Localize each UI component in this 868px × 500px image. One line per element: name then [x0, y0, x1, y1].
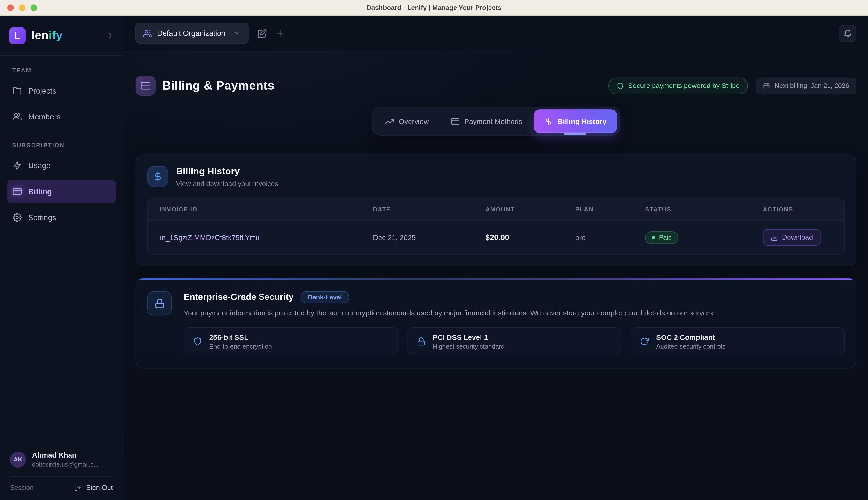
credit-card-icon: [140, 81, 150, 91]
trending-up-icon: [385, 117, 394, 125]
window-titlebar: Dashboard - Lenify | Manage Your Project…: [0, 0, 868, 15]
sidebar-item-projects[interactable]: Projects: [7, 79, 116, 102]
sidebar-nav: TEAM Projects Members SUBSCRIPTION Usage…: [0, 56, 123, 443]
edit-organization-button[interactable]: [257, 29, 267, 38]
chevron-down-icon: [234, 30, 241, 37]
invoice-status-cell: Paid: [636, 231, 754, 244]
card-title: Billing History: [176, 166, 278, 177]
plus-icon: [275, 29, 285, 38]
table-header: INVOICE ID DATE AMOUNT PLAN STATUS ACTIO…: [148, 198, 844, 220]
table-row: in_1SgziZIMMDzCt8tk75fLYmii Dec 21, 2025…: [148, 220, 844, 254]
lock-icon: [417, 337, 426, 346]
dollar-icon: [153, 171, 163, 181]
sidebar-item-label: Billing: [29, 187, 52, 196]
tab-billing-history[interactable]: Billing History: [534, 110, 617, 133]
security-title: Enterprise-Grade Security: [184, 292, 293, 302]
lock-icon: [154, 298, 165, 308]
invoices-table: INVOICE ID DATE AMOUNT PLAN STATUS ACTIO…: [147, 198, 845, 254]
stripe-security-badge: Secure payments powered by Stripe: [608, 78, 748, 94]
feature-soc2: SOC 2 Compliant Audited security control…: [631, 327, 845, 355]
user-profile: AK Ahmad Khan dottocircle.us@gmail.c...: [10, 451, 113, 468]
billing-tabs: Overview Payment Methods Billing History: [372, 107, 620, 136]
organization-name: Default Organization: [157, 29, 225, 37]
lock-icon-badge: [147, 291, 172, 316]
sidebar-item-label: Members: [29, 112, 60, 121]
sidebar-item-members[interactable]: Members: [7, 105, 116, 128]
brand-name: lenify: [32, 29, 63, 42]
maximize-button[interactable]: [31, 4, 37, 11]
minimize-button[interactable]: [19, 4, 25, 11]
security-card: Enterprise-Grade Security Bank-Level You…: [136, 278, 856, 369]
user-email: dottocircle.us@gmail.c...: [32, 461, 99, 467]
billing-history-card: Billing History View and download your i…: [136, 154, 856, 266]
shield-icon: [193, 337, 202, 346]
users-icon: [144, 29, 152, 37]
brand-logo: L: [9, 27, 26, 44]
credit-card-icon: [451, 117, 459, 125]
column-date: DATE: [364, 206, 477, 213]
edit-icon: [257, 29, 267, 38]
logout-icon: [75, 484, 82, 491]
column-actions: ACTIONS: [754, 206, 844, 213]
column-amount: AMOUNT: [477, 206, 566, 213]
window-controls: [7, 4, 37, 11]
avatar: AK: [10, 451, 26, 467]
sidebar-item-usage[interactable]: Usage: [7, 154, 116, 177]
main-area: Default Organization: [123, 15, 868, 500]
user-name: Ahmad Khan: [32, 451, 99, 459]
download-icon: [770, 234, 778, 241]
column-plan: PLAN: [566, 206, 636, 213]
dollar-icon: [544, 117, 553, 125]
billing-page-icon: [136, 76, 156, 96]
invoice-plan: pro: [566, 233, 636, 241]
status-badge: Paid: [645, 231, 678, 244]
refresh-icon: [640, 337, 649, 346]
content: Billing & Payments Secure payments power…: [123, 52, 868, 500]
card-subtitle: View and download your invoices: [176, 180, 278, 188]
column-status: STATUS: [636, 206, 754, 213]
tab-overview[interactable]: Overview: [375, 110, 439, 133]
sidebar-collapse-button[interactable]: [106, 32, 114, 39]
download-invoice-button[interactable]: Download: [763, 229, 821, 246]
topbar: Default Organization: [123, 15, 868, 52]
invoice-date: Dec 21, 2025: [364, 233, 477, 241]
footer-divider: [10, 476, 113, 477]
app-window: Dashboard - Lenify | Manage Your Project…: [0, 0, 868, 500]
add-organization-button[interactable]: [275, 29, 285, 38]
calendar-icon: [763, 82, 770, 89]
organization-selector[interactable]: Default Organization: [135, 23, 249, 44]
feature-pci: PCI DSS Level 1 Highest security standar…: [407, 327, 621, 355]
bank-level-badge: Bank-Level: [301, 291, 349, 303]
gear-icon: [13, 213, 22, 222]
close-button[interactable]: [7, 4, 14, 11]
bell-icon: [843, 29, 852, 37]
invoice-actions-cell: Download: [754, 229, 844, 246]
page-header: Billing & Payments Secure payments power…: [136, 76, 856, 96]
session-label: Session: [10, 484, 34, 491]
tab-payment-methods[interactable]: Payment Methods: [441, 110, 533, 133]
chevron-right-icon: [106, 32, 114, 39]
invoice-amount: $20.00: [477, 233, 566, 242]
sidebar-item-label: Usage: [29, 161, 50, 170]
folder-icon: [13, 86, 22, 95]
feature-ssl: 256-bit SSL End-to-end encryption: [184, 327, 398, 355]
invoice-id: in_1SgziZIMMDzCt8tk75fLYmii: [148, 233, 364, 241]
sidebar-header: L lenify: [0, 15, 123, 56]
sidebar-footer: AK Ahmad Khan dottocircle.us@gmail.c... …: [0, 443, 123, 500]
credit-card-icon: [13, 187, 22, 196]
sidebar-item-settings[interactable]: Settings: [7, 206, 116, 229]
sign-out-button[interactable]: Sign Out: [75, 484, 113, 491]
security-description: Your payment information is protected by…: [184, 309, 845, 317]
window-title: Dashboard - Lenify | Manage Your Project…: [367, 4, 501, 11]
nav-section-subscription: SUBSCRIPTION: [7, 142, 116, 148]
zap-icon: [13, 161, 22, 170]
status-dot: [652, 236, 655, 239]
sidebar-item-billing[interactable]: Billing: [7, 180, 116, 203]
next-billing-badge: Next billing: Jan 21, 2026: [756, 78, 856, 94]
dollar-icon-badge: [147, 166, 168, 187]
page-title: Billing & Payments: [162, 79, 274, 93]
notifications-button[interactable]: [839, 25, 856, 42]
nav-section-team: TEAM: [7, 67, 116, 73]
users-icon: [13, 112, 22, 121]
shield-icon: [617, 82, 624, 89]
